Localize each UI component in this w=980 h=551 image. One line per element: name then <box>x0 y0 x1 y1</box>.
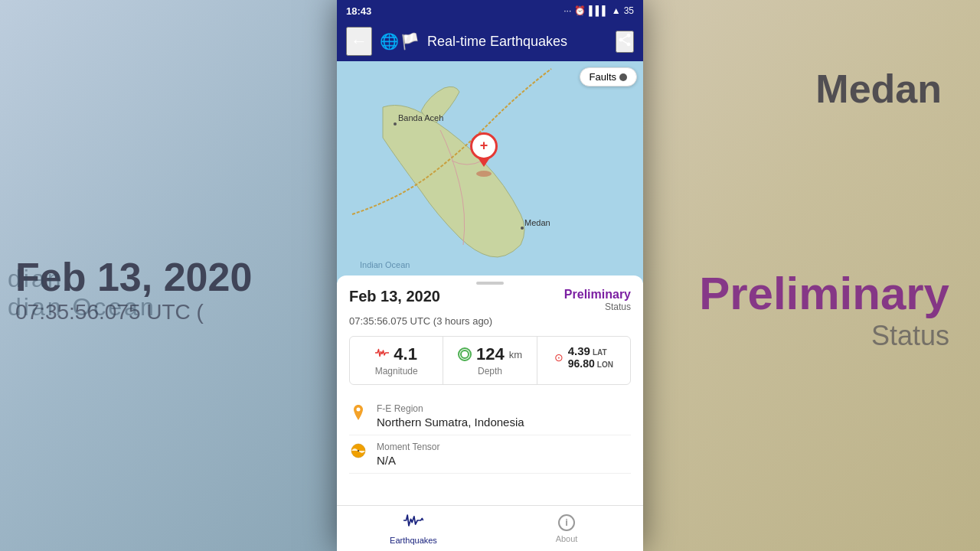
svg-point-8 <box>358 450 359 452</box>
moment-tensor-value: N/A <box>377 454 439 467</box>
moment-tensor-content: Moment Tensor N/A <box>377 442 439 467</box>
svg-text:Banda Aceh: Banda Aceh <box>398 113 443 122</box>
status-section: Preliminary Status <box>564 288 631 312</box>
magnitude-value: 4.1 <box>394 344 417 364</box>
coord-top: ⊙ 4.39 LAT 96.80 LON <box>554 344 613 370</box>
nav-earthquakes[interactable]: Earthquakes <box>337 506 490 551</box>
signal-icon: ▌▌▌ <box>589 5 609 16</box>
faults-button[interactable]: Faults <box>580 67 637 86</box>
svg-point-6 <box>357 408 361 412</box>
fe-region-row: F-E Region Northern Sumatra, Indonesia <box>349 397 631 435</box>
magnitude-cell: 4.1 Magnitude <box>350 337 443 384</box>
depth-cell: 124 km Depth <box>443 337 537 384</box>
depth-label: Depth <box>478 366 502 377</box>
marker-pin: + <box>470 132 498 160</box>
bottom-nav: Earthquakes i About <box>337 505 643 551</box>
alarm-icon: ⏰ <box>574 5 586 16</box>
location-icon: ⊙ <box>554 351 564 364</box>
fe-region-value: Northern Sumatra, Indonesia <box>377 416 524 429</box>
nav-about[interactable]: i About <box>490 506 643 551</box>
bg-city-name: Medan <box>815 66 942 112</box>
pull-handle[interactable] <box>337 276 643 288</box>
back-button[interactable]: ← <box>346 27 372 56</box>
share-button[interactable] <box>616 31 634 53</box>
earthquake-marker: + <box>470 132 498 177</box>
detail-date: Feb 13, 2020 <box>349 288 440 305</box>
bg-status-overlay: Preliminary Status <box>699 267 949 352</box>
marker-cross-icon: + <box>480 138 488 154</box>
wifi-icon: ▲ <box>612 5 621 16</box>
battery-value: 35 <box>624 5 634 16</box>
bg-ocean-text: dian dian Ocean <box>8 265 156 321</box>
depth-unit: km <box>509 349 522 360</box>
moment-tensor-icon <box>349 442 368 458</box>
bg-prelim-big: Preliminary <box>699 267 949 320</box>
depth-top: 124 km <box>458 344 522 364</box>
status-sub: Status <box>564 302 631 312</box>
svg-text:Medan: Medan <box>524 218 550 227</box>
info-circle-icon: i <box>558 514 575 531</box>
svg-point-4 <box>521 227 524 230</box>
svg-text:Indian Ocean: Indian Ocean <box>360 260 410 269</box>
magnitude-top: 4.1 <box>375 344 417 364</box>
svg-point-2 <box>394 122 397 126</box>
earthquakes-label: Earthquakes <box>390 536 437 545</box>
faults-label: Faults <box>590 71 616 83</box>
fe-region-content: F-E Region Northern Sumatra, Indonesia <box>377 403 524 429</box>
dots-icon: ··· <box>564 5 571 16</box>
phone-container: 18:43 ··· ⏰ ▌▌▌ ▲ 35 ← 🌐 🏳️ Real-time Ea… <box>337 0 643 551</box>
app-logo: 🌐 🏳️ <box>380 32 420 51</box>
detail-panel: Feb 13, 2020 Preliminary Status 07:35:56… <box>337 288 643 397</box>
stats-row: 4.1 Magnitude 124 km Depth ⊙ <box>349 336 631 385</box>
detail-time: 07:35:56.075 UTC (3 hours ago) <box>349 315 631 327</box>
marker-shadow <box>476 171 492 177</box>
fe-region-label: F-E Region <box>377 403 524 414</box>
depth-value: 124 <box>476 344 505 364</box>
handle-bar <box>476 282 504 285</box>
date-section: Feb 13, 2020 <box>349 288 440 305</box>
map-area[interactable]: Banda Aceh Medan Indian Ocean Faults + <box>337 61 643 283</box>
about-icon: i <box>558 514 575 531</box>
magnitude-icon <box>375 347 389 362</box>
depth-icon <box>458 347 472 361</box>
faults-dot <box>619 73 627 81</box>
status-bar-time: 18:43 <box>346 5 371 17</box>
app-title: Real-time Earthquakes <box>427 34 608 50</box>
status-value: Preliminary <box>564 288 631 302</box>
status-bar: 18:43 ··· ⏰ ▌▌▌ ▲ 35 <box>337 0 643 21</box>
waveform-icon <box>403 512 423 533</box>
magnitude-label: Magnitude <box>375 366 418 377</box>
app-bar: ← 🌐 🏳️ Real-time Earthquakes <box>337 21 643 61</box>
bg-status-label: Status <box>699 320 949 352</box>
moment-tensor-label: Moment Tensor <box>377 442 439 452</box>
status-bar-icons: ··· ⏰ ▌▌▌ ▲ 35 <box>564 5 634 16</box>
about-label: About <box>556 534 578 543</box>
location-pin-icon <box>349 403 368 420</box>
info-rows: F-E Region Northern Sumatra, Indonesia M… <box>337 397 643 474</box>
coordinates-cell: ⊙ 4.39 LAT 96.80 LON <box>537 337 630 384</box>
coord-values: 4.39 LAT 96.80 LON <box>568 344 613 370</box>
moment-tensor-row: Moment Tensor N/A <box>349 435 631 474</box>
detail-header: Feb 13, 2020 Preliminary Status <box>349 288 631 312</box>
